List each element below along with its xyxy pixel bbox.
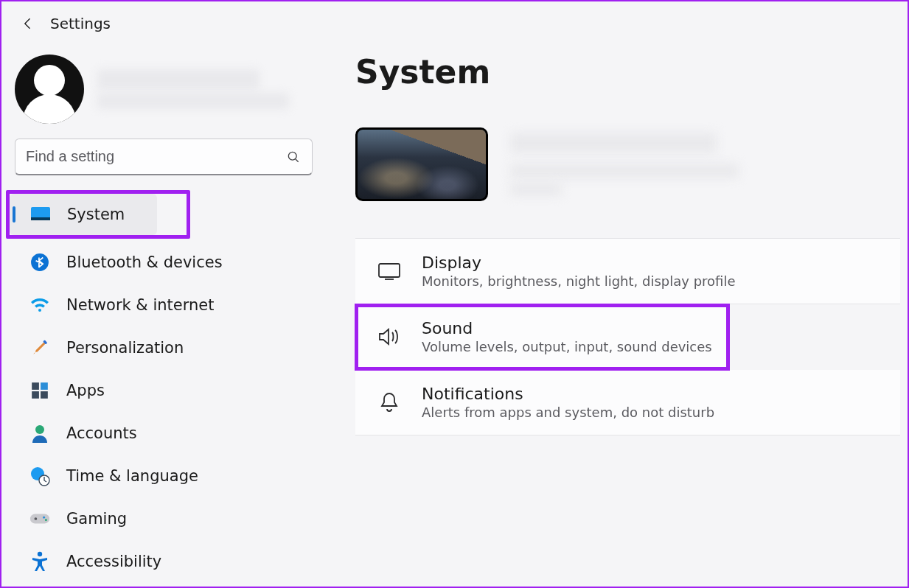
monitor-icon xyxy=(30,204,51,225)
svg-point-14 xyxy=(43,517,45,519)
setting-title: Notifications xyxy=(422,385,714,403)
setting-desc: Monitors, brightness, night light, displ… xyxy=(422,273,736,289)
app-title: Settings xyxy=(50,15,111,32)
setting-item-notifications[interactable]: Notifications Alerts from apps and syste… xyxy=(355,370,900,435)
svg-point-15 xyxy=(45,519,47,521)
svg-rect-6 xyxy=(41,382,48,390)
sidebar-item-gaming[interactable]: Gaming xyxy=(9,498,321,539)
profile-email-redacted xyxy=(97,93,289,109)
apps-icon xyxy=(29,380,50,401)
accessibility-icon xyxy=(29,551,50,572)
sidebar-item-bluetooth[interactable]: Bluetooth & devices xyxy=(9,242,321,283)
person-icon xyxy=(29,423,50,444)
sidebar-item-label: Personalization xyxy=(66,339,184,357)
svg-rect-17 xyxy=(379,264,400,277)
device-name-redacted xyxy=(510,133,717,153)
arrow-left-icon xyxy=(21,16,35,31)
sidebar-item-label: Apps xyxy=(66,382,105,399)
search-icon xyxy=(286,150,301,164)
svg-point-9 xyxy=(35,425,44,434)
sidebar-item-system[interactable]: System xyxy=(10,194,157,235)
paintbrush-icon xyxy=(29,337,50,358)
setting-title: Sound xyxy=(422,319,712,337)
setting-item-sound[interactable]: Sound Volume levels, output, input, soun… xyxy=(355,304,729,370)
profile-name-redacted xyxy=(97,69,260,90)
device-model-redacted xyxy=(510,164,739,178)
back-button[interactable] xyxy=(19,15,37,32)
svg-rect-5 xyxy=(32,382,39,390)
setting-desc: Alerts from apps and system, do not dist… xyxy=(422,405,714,420)
sidebar-item-label: Bluetooth & devices xyxy=(66,253,223,271)
device-summary[interactable] xyxy=(355,127,900,201)
svg-rect-8 xyxy=(41,391,48,399)
sidebar-item-label: Network & internet xyxy=(66,296,214,314)
display-icon xyxy=(376,258,403,284)
sidebar-item-label: Accessibility xyxy=(66,553,161,570)
device-rename-redacted xyxy=(510,183,562,196)
sidebar-item-accounts[interactable]: Accounts xyxy=(9,413,321,454)
setting-title: Display xyxy=(422,253,736,272)
search-input[interactable] xyxy=(15,139,313,175)
svg-rect-7 xyxy=(32,391,39,399)
svg-point-0 xyxy=(288,152,296,160)
sidebar-item-label: Gaming xyxy=(66,510,127,528)
sidebar-item-network[interactable]: Network & internet xyxy=(9,284,321,326)
page-title: System xyxy=(355,53,900,91)
clock-globe-icon xyxy=(29,466,50,486)
desktop-thumbnail xyxy=(355,127,488,201)
sidebar-item-accessibility[interactable]: Accessibility xyxy=(9,541,321,582)
setting-desc: Volume levels, output, input, sound devi… xyxy=(422,339,712,354)
sidebar-item-apps[interactable]: Apps xyxy=(9,370,321,411)
gamepad-icon xyxy=(29,508,50,529)
bluetooth-icon xyxy=(29,252,50,273)
sidebar-item-label: System xyxy=(67,206,125,223)
svg-rect-2 xyxy=(31,217,50,220)
svg-point-13 xyxy=(35,517,38,520)
svg-point-16 xyxy=(38,552,42,556)
sidebar: System Bluetooth & devices Network & int… xyxy=(1,37,326,578)
sidebar-item-time-language[interactable]: Time & language xyxy=(9,455,321,497)
wifi-icon xyxy=(29,295,50,315)
avatar xyxy=(15,55,84,124)
sidebar-item-personalization[interactable]: Personalization xyxy=(9,327,321,368)
setting-item-display[interactable]: Display Monitors, brightness, night ligh… xyxy=(355,239,900,304)
bell-icon xyxy=(376,389,403,416)
profile-panel[interactable] xyxy=(1,50,326,139)
sound-icon xyxy=(376,323,403,350)
main-panel: System Display Monitors, brightness, nig… xyxy=(326,37,908,578)
svg-rect-12 xyxy=(30,514,49,523)
sidebar-item-label: Accounts xyxy=(66,424,137,442)
sidebar-item-label: Time & language xyxy=(66,467,198,485)
